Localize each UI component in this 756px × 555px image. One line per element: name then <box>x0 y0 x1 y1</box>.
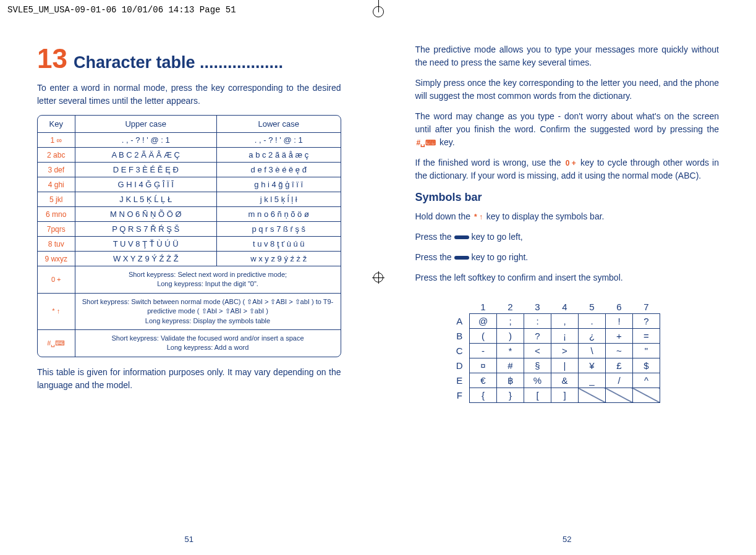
lower-cell: p q r s 7 ß ŕ ş š <box>216 222 340 237</box>
grid-cell: * <box>497 344 524 358</box>
grid-cell: = <box>633 329 660 344</box>
lower-cell: m n o 6 ñ ņ õ ö ø <box>216 207 340 222</box>
grid-cell <box>606 388 633 403</box>
grid-cell: - <box>470 344 497 358</box>
grid-row-header: E <box>452 373 470 388</box>
sp3b: key to go right. <box>469 252 529 262</box>
table-row: 1 ∞ . , - ? ! ' @ : 1 . , - ? ! ' @ : 1 <box>38 133 341 148</box>
symbols-p4: Press the left softkey to confirm and in… <box>415 271 720 284</box>
lower-cell: j k l 5 ķ ĺ ļ ł <box>216 192 340 207</box>
upper-cell: P Q R S 7 Ř Ŕ Ş Š <box>75 222 216 237</box>
grid-col-header: 5 <box>579 300 606 314</box>
upper-cell: M N O 6 Ñ Ņ Õ Ö Ø <box>75 207 216 222</box>
grid-row: D¤#§|¥£$ <box>452 358 660 373</box>
grid-cell <box>579 388 606 403</box>
page-number-left: 51 <box>185 535 193 544</box>
grid-cell: + <box>606 329 633 344</box>
table-row: 9 wxyz W X Y Z 9 Ý Ź Ż Ž w x y z 9 ý ź ż… <box>38 252 341 266</box>
nav-right-icon <box>454 256 469 260</box>
note-cell: Short keypress: Select next word in pred… <box>75 266 341 294</box>
lower-cell: . , - ? ! ' @ : 1 <box>216 133 340 148</box>
grid-col-header: 7 <box>633 300 660 314</box>
grid-cell: ! <box>606 314 633 329</box>
grid-col-header: 1 <box>470 300 497 314</box>
lower-cell: d e f 3 è é ě ę đ <box>216 163 340 177</box>
upper-cell: G H I 4 Ğ Ģ Î Ï Ī <box>75 177 216 192</box>
lower-cell: g h i 4 ğ ģ î ï ī <box>216 177 340 192</box>
grid-cell: } <box>497 388 524 403</box>
note-cell: Short keypress: Validate the focused wor… <box>75 329 341 356</box>
grid-row: F{}[] <box>452 388 660 403</box>
upper-cell: D E F 3 È É Ě Ę Đ <box>75 163 216 177</box>
chapter-number: 13 <box>37 43 67 74</box>
grid-cell: ¤ <box>470 358 497 373</box>
sp2a: Press the <box>415 232 454 242</box>
grid-cell <box>633 388 660 403</box>
key-cell: 8 tuv <box>38 237 75 252</box>
grid-cell: € <box>470 373 497 388</box>
grid-cell: < <box>524 344 551 358</box>
grid-cell: ; <box>497 314 524 329</box>
symbols-grid: 1234567A@;:,.!?B()?¡¿+=C-*<>\~"D¤#§|¥£$E… <box>452 300 661 403</box>
page-number-right: 52 <box>563 535 571 544</box>
upper-cell: . , - ? ! ' @ : 1 <box>75 133 216 148</box>
note-cell: Short keypress: Switch between normal mo… <box>75 293 341 329</box>
grid-cell: / <box>606 373 633 388</box>
grid-row-header: C <box>452 344 470 358</box>
grid-col-header: 4 <box>551 300 579 314</box>
key-cell: 2 abc <box>38 148 75 163</box>
grid-cell: ¿ <box>579 329 606 344</box>
grid-cell: ) <box>497 329 524 344</box>
key-cell: 9 wxyz <box>38 252 75 266</box>
lower-cell: w x y z 9 ý ź ż ž <box>216 252 340 266</box>
table-row: 4 ghi G H I 4 Ğ Ģ Î Ï Ī g h i 4 ğ ģ î ï … <box>38 177 341 192</box>
grid-cell: £ <box>606 358 633 373</box>
sp1b: key to display the symbols bar. <box>484 211 605 221</box>
table-note-row: #␣⌨ Short keypress: Validate the focused… <box>38 329 341 356</box>
grid-cell: # <box>497 358 524 373</box>
nav-left-icon <box>454 235 469 239</box>
table-note-row: 0 + Short keypress: Select next word in … <box>38 266 341 294</box>
key-cell: 6 mno <box>38 207 75 222</box>
table-row: 6 mno M N O 6 Ñ Ņ Õ Ö Ø m n o 6 ñ ņ õ ö … <box>38 207 341 222</box>
table-row: 5 jkl J K L 5 Ķ Ĺ Ļ Ł j k l 5 ķ ĺ ļ ł <box>38 192 341 207</box>
sp2b: key to go left, <box>469 232 523 242</box>
th-upper: Upper case <box>75 116 216 133</box>
grid-cell: $ <box>633 358 660 373</box>
grid-cell: > <box>551 344 579 358</box>
key-cell: 3 def <box>38 163 75 177</box>
symbols-p2: Press the key to go left, <box>415 231 720 244</box>
symbols-p1: Hold down the * ↑ key to display the sym… <box>415 210 720 223</box>
grid-col-header: 2 <box>497 300 524 314</box>
para-predictive: The predictive mode allows you to type y… <box>415 43 720 69</box>
para4a: If the finished word is wrong, use the <box>415 158 564 167</box>
para3a: The word may change as you type - don't … <box>415 111 720 134</box>
chapter-heading: 13 Character table .................. <box>37 43 341 74</box>
grid-cell: \ <box>579 344 606 358</box>
grid-row: A@;:,.!? <box>452 314 660 329</box>
grid-cell: ^ <box>633 373 660 388</box>
hash-key-icon: #␣⌨ <box>415 137 438 148</box>
star-key-icon: * ↑ <box>473 211 484 222</box>
grid-cell: : <box>524 314 551 329</box>
grid-cell: ¥ <box>579 358 606 373</box>
grid-cell: § <box>524 358 551 373</box>
grid-col-header: 3 <box>524 300 551 314</box>
symbols-p3: Press the key to go right. <box>415 251 720 264</box>
key-cell: 7pqrs <box>38 222 75 237</box>
grid-row: B()?¡¿+= <box>452 329 660 344</box>
grid-row-header: B <box>452 329 470 344</box>
page-left: 13 Character table .................. To… <box>0 43 378 525</box>
grid-cell: , <box>551 314 579 329</box>
para3b: key. <box>437 137 455 147</box>
key-cell: 4 ghi <box>38 177 75 192</box>
grid-cell: % <box>524 373 551 388</box>
grid-cell: { <box>470 388 497 403</box>
grid-row-header: F <box>452 388 470 403</box>
upper-cell: W X Y Z 9 Ý Ź Ż Ž <box>75 252 216 266</box>
character-table: Key Upper case Lower case 1 ∞ . , - ? ! … <box>37 115 341 357</box>
para-word-change: The word may change as you type - don't … <box>415 110 720 149</box>
grid-row-header: A <box>452 314 470 329</box>
lower-cell: a b c 2 ã ä å æ ç <box>216 148 340 163</box>
upper-cell: A B C 2 Ã Ä Å Æ Ç <box>75 148 216 163</box>
